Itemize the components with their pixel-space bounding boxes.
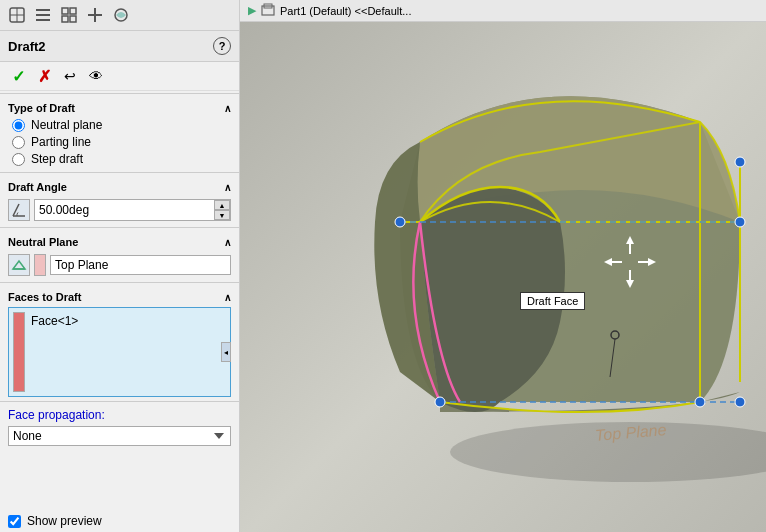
type-of-draft-label: Type of Draft xyxy=(8,102,75,114)
svg-point-31 xyxy=(735,157,745,167)
neutral-plane-collapse[interactable]: ∧ xyxy=(224,237,231,248)
left-panel: Draft2 ? ✓ ✗ ↩ 👁 Type of Draft ∧ Neutral… xyxy=(0,0,240,532)
svg-point-28 xyxy=(435,397,445,407)
show-preview-checkbox[interactable] xyxy=(8,515,21,528)
toolbar-icon-4[interactable] xyxy=(84,4,106,26)
toolbar-icon-5[interactable] xyxy=(110,4,132,26)
main-viewport: ▶ Part1 (Default) <<Default... xyxy=(240,0,766,532)
angle-spin-up[interactable]: ▲ xyxy=(214,200,230,210)
divider-2 xyxy=(0,172,239,173)
cancel-button[interactable]: ✗ xyxy=(34,66,54,86)
3d-shape-svg xyxy=(240,22,766,532)
neutral-plane-section: Neutral Plane ∧ xyxy=(0,230,239,250)
face-propagation-label: Face propagation: xyxy=(0,404,239,424)
toolbar-icon-1[interactable] xyxy=(6,4,28,26)
action-icons-row: ✓ ✗ ↩ 👁 xyxy=(0,62,239,91)
face-list-expand[interactable]: ◂ xyxy=(221,342,231,362)
toolbar-icon-3[interactable] xyxy=(58,4,80,26)
type-of-draft-collapse[interactable]: ∧ xyxy=(224,103,231,114)
draft-angle-collapse[interactable]: ∧ xyxy=(224,182,231,193)
angle-spinners: ▲ ▼ xyxy=(214,200,230,220)
plane-color-bar xyxy=(34,254,46,276)
preview-eye-button[interactable]: 👁 xyxy=(86,66,106,86)
toolbar-icon-2[interactable] xyxy=(32,4,54,26)
divider-3 xyxy=(0,227,239,228)
show-preview-row: Show preview xyxy=(0,510,239,532)
radio-step-draft[interactable]: Step draft xyxy=(12,152,231,166)
face-item[interactable]: Face<1> xyxy=(29,312,80,330)
svg-rect-7 xyxy=(70,8,76,14)
svg-point-19 xyxy=(450,422,766,482)
faces-to-draft-collapse[interactable]: ∧ xyxy=(224,292,231,303)
face-color-bar xyxy=(13,312,25,392)
breadcrumb-text: Part1 (Default) <<Default... xyxy=(280,5,411,17)
angle-spin-down[interactable]: ▼ xyxy=(214,210,230,220)
radio-neutral-label: Neutral plane xyxy=(31,118,102,132)
panel-title: Draft2 xyxy=(8,39,46,54)
breadcrumb-icon: ▶ xyxy=(248,4,256,17)
panel-header: Draft2 ? xyxy=(0,31,239,62)
angle-input-wrap: ▲ ▼ xyxy=(34,199,231,221)
divider-1 xyxy=(0,93,239,94)
radio-step-label: Step draft xyxy=(31,152,83,166)
show-preview-label: Show preview xyxy=(27,514,102,528)
faces-to-draft-section: Faces to Draft ∧ xyxy=(0,285,239,305)
svg-point-27 xyxy=(735,217,745,227)
draft-face-tooltip: Draft Face xyxy=(520,292,585,310)
faces-list-inner: Face<1> xyxy=(9,308,230,396)
svg-point-26 xyxy=(395,217,405,227)
viewport-3d[interactable]: Draft Face Top Plane xyxy=(240,22,766,532)
undo-button[interactable]: ↩ xyxy=(60,66,80,86)
radio-neutral-plane[interactable]: Neutral plane xyxy=(12,118,231,132)
svg-point-29 xyxy=(695,397,705,407)
svg-rect-8 xyxy=(62,16,68,22)
svg-rect-3 xyxy=(36,9,50,11)
breadcrumb-bar: ▶ Part1 (Default) <<Default... xyxy=(240,0,766,22)
draft-angle-label: Draft Angle xyxy=(8,181,67,193)
radio-step-input[interactable] xyxy=(12,153,25,166)
svg-marker-15 xyxy=(13,261,25,269)
svg-rect-5 xyxy=(36,19,50,21)
draft-angle-section: Draft Angle ∧ xyxy=(0,175,239,195)
faces-to-draft-label: Faces to Draft xyxy=(8,291,81,303)
faces-list: Face<1> ◂ xyxy=(8,307,231,397)
draft-face-tooltip-text: Draft Face xyxy=(527,295,578,307)
svg-point-30 xyxy=(735,397,745,407)
divider-4 xyxy=(0,282,239,283)
face-propagation-select[interactable]: None Along tangent Inner loops All inner… xyxy=(8,426,231,446)
type-of-draft-section: Type of Draft ∧ xyxy=(0,96,239,116)
radio-parting-input[interactable] xyxy=(12,136,25,149)
breadcrumb-icon2 xyxy=(260,2,276,20)
svg-rect-6 xyxy=(62,8,68,14)
top-toolbar xyxy=(0,0,239,31)
radio-parting-label: Parting line xyxy=(31,135,91,149)
help-icon[interactable]: ? xyxy=(213,37,231,55)
divider-5 xyxy=(0,401,239,402)
radio-parting-line[interactable]: Parting line xyxy=(12,135,231,149)
neutral-plane-label: Neutral Plane xyxy=(8,236,78,248)
radio-neutral-input[interactable] xyxy=(12,119,25,132)
angle-input[interactable] xyxy=(35,201,214,219)
svg-rect-4 xyxy=(36,14,50,16)
svg-line-14 xyxy=(13,204,19,216)
neutral-plane-row xyxy=(0,250,239,280)
type-of-draft-options: Neutral plane Parting line Step draft xyxy=(0,116,239,170)
plane-icon xyxy=(8,254,30,276)
svg-rect-9 xyxy=(70,16,76,22)
confirm-button[interactable]: ✓ xyxy=(8,66,28,86)
angle-icon xyxy=(8,199,30,221)
angle-row: ▲ ▼ xyxy=(0,195,239,225)
neutral-plane-input[interactable] xyxy=(50,255,231,275)
